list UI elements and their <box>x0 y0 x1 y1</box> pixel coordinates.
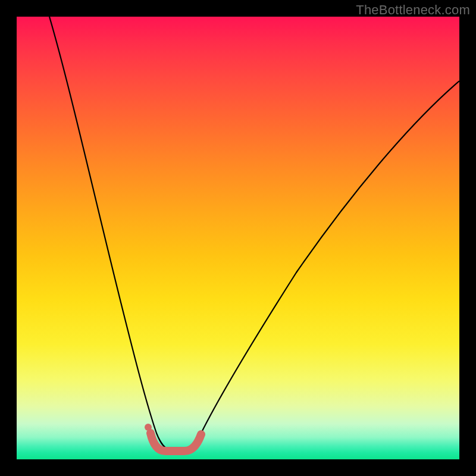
optimal-dot <box>145 424 152 431</box>
plot-area <box>17 17 459 459</box>
bottleneck-curve <box>49 17 459 450</box>
chart-frame: TheBottleneck.com <box>0 0 476 476</box>
watermark-text: TheBottleneck.com <box>356 2 470 18</box>
chart-svg <box>17 17 459 459</box>
